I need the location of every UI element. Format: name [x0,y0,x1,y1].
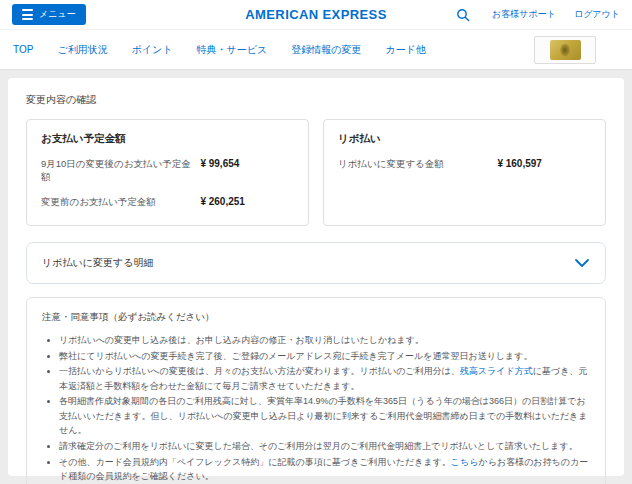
revolving-label: リボ払いに変更する金額 [338,158,497,171]
notes-item-4: 請求確定分のご利用をリボ払いに変更した場合、そのご利用分は翌月のご利用代金明細書… [59,439,590,454]
payment-value: ¥ 99,654 [200,158,294,169]
gold-card-image [550,40,581,60]
chevron-down-icon [574,258,590,268]
notes-item-3: 各明細書作成対象期間の各日のご利用残高に対し、実質年率14.9%の手数料を年36… [59,394,590,438]
nav-item-2[interactable]: ポイント [132,43,173,57]
notes-item-2: 一括払いからリボ払いへの変更後は、月々のお支払い方法が変わります。リボ払いのご利… [59,364,590,393]
nav-item-5[interactable]: カード他 [386,43,426,57]
payment-row: 9月10日の変更後のお支払い予定金額¥ 99,654 [41,158,294,184]
revolving-row: リボ払いに変更する金額¥ 160,597 [338,158,591,171]
payment-label: 変更前のお支払い予定金額 [41,196,200,209]
card-selector-thumbnail[interactable] [534,36,596,64]
payment-value: ¥ 260,251 [200,196,294,207]
notes-list: リボ払いへの変更申し込み後は、お申し込み内容の修正・お取り消しはいたしかねます。… [42,333,590,484]
menu-button-label: メニュー [39,8,76,21]
payment-row: 変更前のお支払い予定金額¥ 260,251 [41,196,294,209]
primary-nav: TOPご利用状況ポイント特典・サービス登録情報の変更カード他 [0,30,632,70]
notes-title: 注意・同意事項（必ずお読みください） [42,311,590,324]
amex-logo: AMERICAN EXPRESS [245,7,386,22]
terms-notes-box: 注意・同意事項（必ずお読みください） リボ払いへの変更申し込み後は、お申し込み内… [26,297,606,484]
page-title: 変更内容の確認 [26,93,610,107]
confirmation-panel: 変更内容の確認 お支払い予定金額 9月10日の変更後のお支払い予定金額¥ 99,… [8,78,624,476]
top-bar: メニュー AMERICAN EXPRESS お客様サポート ログアウト [0,0,632,30]
payment-label: 9月10日の変更後のお支払い予定金額 [41,158,200,184]
inline-link[interactable]: こちら [451,457,479,467]
search-icon[interactable] [456,8,470,22]
hamburger-icon [22,9,33,20]
inline-link[interactable]: 残高スライド方式 [460,366,533,376]
payment-schedule-box: お支払い予定金額 9月10日の変更後のお支払い予定金額¥ 99,654変更前のお… [26,119,309,226]
revolving-box: リボ払い リボ払いに変更する金額¥ 160,597 [323,119,606,226]
nav-item-0[interactable]: TOP [13,44,33,55]
notes-item-1: 弊社にてリボ払いへの変更手続き完了後、ご登録のメールアドレス宛に手続き完了メール… [59,349,590,364]
nav-item-4[interactable]: 登録情報の変更 [291,43,361,57]
nav-item-1[interactable]: ご利用状況 [57,43,107,57]
revolving-detail-accordion[interactable]: リボ払いに変更する明細 [26,242,606,284]
accordion-title: リボ払いに変更する明細 [42,256,153,270]
notes-item-5: その他、カード会員規約内「ペイフレックス特約」に記載の事項に基づきご利用いただき… [59,455,590,484]
logout-link[interactable]: ログアウト [574,8,620,21]
notes-item-0: リボ払いへの変更申し込み後は、お申し込み内容の修正・お取り消しはいたしかねます。 [59,333,590,348]
revolving-box-title: リボ払い [338,132,591,146]
page-background: 変更内容の確認 お支払い予定金額 9月10日の変更後のお支払い予定金額¥ 99,… [0,70,632,484]
payment-box-title: お支払い予定金額 [41,132,294,146]
menu-button[interactable]: メニュー [12,4,86,25]
revolving-value: ¥ 160,597 [497,158,591,169]
nav-item-3[interactable]: 特典・サービス [197,43,268,57]
customer-support-link[interactable]: お客様サポート [492,8,556,21]
